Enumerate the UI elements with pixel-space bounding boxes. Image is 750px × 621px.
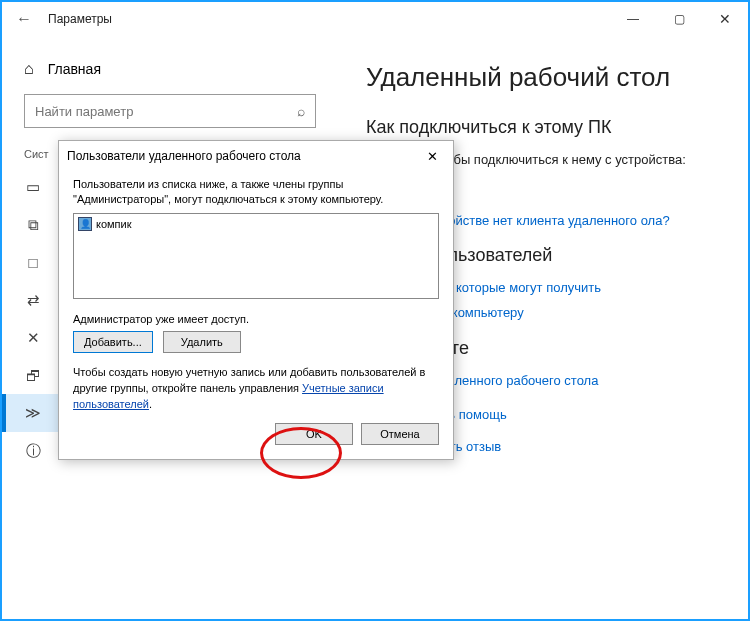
search-input[interactable]: [35, 104, 297, 119]
user-list-item[interactable]: 👤 компик: [76, 216, 436, 232]
user-icon: 👤: [78, 217, 92, 231]
search-box[interactable]: ⌕: [24, 94, 316, 128]
user-name: компик: [96, 218, 132, 230]
home-label: Главная: [48, 61, 101, 77]
back-button[interactable]: ←: [16, 10, 40, 28]
window-title: Параметры: [40, 12, 610, 26]
tablet-icon: □: [24, 254, 42, 271]
remote-desktop-icon: ≫: [24, 404, 42, 422]
multitask-icon: ⧉: [24, 216, 42, 234]
maximize-button[interactable]: ▢: [656, 2, 702, 36]
dialog-description: Пользователи из списка ниже, а также чле…: [73, 177, 439, 207]
minimize-button[interactable]: —: [610, 2, 656, 36]
about-icon: ⓘ: [24, 442, 42, 461]
ok-button[interactable]: OK: [275, 423, 353, 445]
create-account-note: Чтобы создать новую учетную запись или д…: [73, 365, 439, 413]
remote-users-dialog: Пользователи удаленного рабочего стола ✕…: [58, 140, 454, 460]
projecting-icon: ⇄: [24, 291, 42, 309]
clipboard-icon: 🗗: [24, 367, 42, 384]
user-listbox[interactable]: 👤 компик: [73, 213, 439, 299]
cancel-button[interactable]: Отмена: [361, 423, 439, 445]
admin-note: Администратор уже имеет доступ.: [73, 313, 439, 325]
display-icon: ▭: [24, 178, 42, 196]
home-icon: ⌂: [24, 60, 34, 78]
page-title: Удаленный рабочий стол: [366, 62, 720, 93]
remove-button[interactable]: Удалить: [163, 331, 241, 353]
dialog-close-button[interactable]: ✕: [419, 145, 445, 167]
close-button[interactable]: ✕: [702, 2, 748, 36]
subhead-connect: Как подключиться к этому ПК: [366, 117, 720, 138]
shared-icon: ✕: [24, 329, 42, 347]
dialog-title: Пользователи удаленного рабочего стола: [67, 149, 419, 163]
titlebar: ← Параметры — ▢ ✕: [2, 2, 748, 36]
sidebar-home[interactable]: ⌂ Главная: [2, 54, 338, 94]
search-icon: ⌕: [297, 103, 305, 119]
add-button[interactable]: Добавить...: [73, 331, 153, 353]
